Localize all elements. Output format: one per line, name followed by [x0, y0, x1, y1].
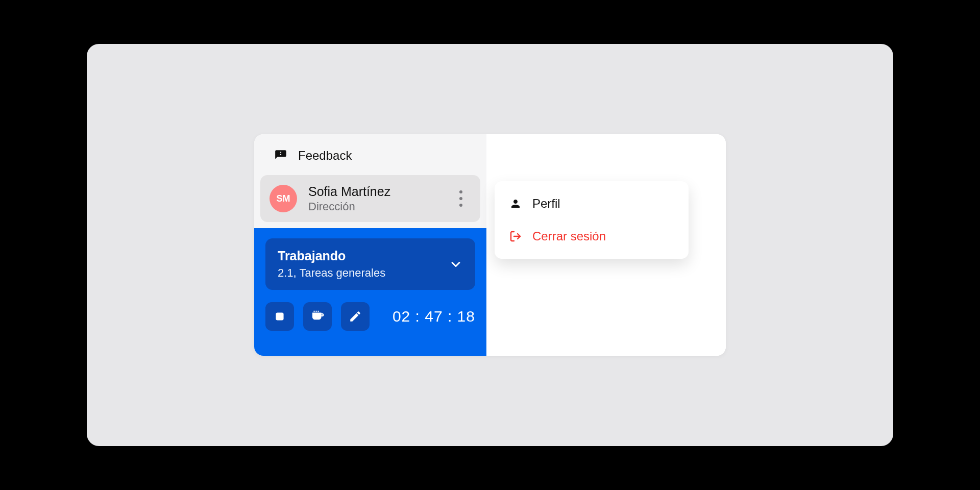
work-header-text: Trabajando 2.1, Tareas generales [278, 249, 385, 280]
menu-item-logout-label: Cerrar sesión [532, 229, 606, 243]
right-panel: Perfil Cerrar sesión [486, 134, 726, 356]
stop-icon [273, 310, 286, 323]
menu-item-profile-label: Perfil [532, 197, 560, 211]
left-panel: Feedback SM Sofia Martínez Dirección [254, 134, 486, 356]
user-text: Sofia Martínez Dirección [308, 184, 439, 213]
svg-rect-0 [276, 312, 283, 320]
coffee-icon [310, 309, 325, 324]
menu-item-profile[interactable]: Perfil [495, 187, 689, 220]
user-menu: Perfil Cerrar sesión [495, 181, 689, 259]
menu-item-logout[interactable]: Cerrar sesión [495, 220, 689, 253]
work-status-label: Trabajando [278, 249, 385, 263]
person-icon [509, 197, 522, 210]
feedback-label: Feedback [298, 149, 352, 163]
work-status-dropdown[interactable]: Trabajando 2.1, Tareas generales [265, 238, 475, 290]
user-more-button[interactable] [451, 183, 471, 214]
feedback-row[interactable]: Feedback [254, 134, 486, 175]
stage: Feedback SM Sofia Martínez Dirección [87, 44, 893, 446]
user-row[interactable]: SM Sofia Martínez Dirección [260, 175, 480, 222]
work-task-label: 2.1, Tareas generales [278, 266, 385, 280]
edit-button[interactable] [341, 302, 370, 331]
user-role: Dirección [308, 200, 439, 213]
avatar-initials: SM [277, 193, 290, 204]
avatar: SM [270, 185, 297, 212]
user-name: Sofia Martínez [308, 184, 439, 199]
widget-card: Feedback SM Sofia Martínez Dirección [254, 134, 726, 356]
work-actions: 02 : 47 : 18 [265, 302, 475, 331]
logout-icon [509, 230, 522, 243]
stop-button[interactable] [265, 302, 294, 331]
more-vertical-icon [459, 190, 462, 207]
feedback-icon [274, 149, 288, 163]
action-buttons [265, 302, 370, 331]
break-button[interactable] [303, 302, 332, 331]
chevron-down-icon [449, 257, 463, 272]
work-panel: Trabajando 2.1, Tareas generales [254, 228, 486, 356]
pencil-icon [349, 310, 362, 323]
timer-value: 02 : 47 : 18 [393, 308, 475, 325]
